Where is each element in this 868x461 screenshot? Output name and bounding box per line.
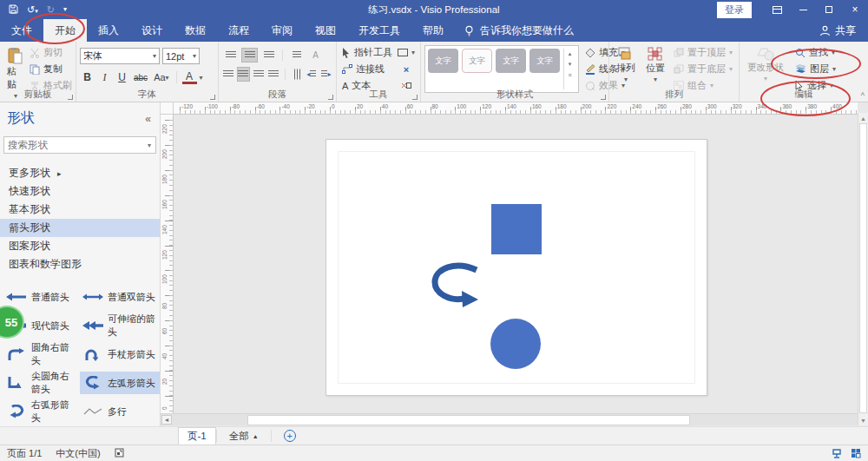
align-left-button[interactable]: [222, 67, 234, 82]
tab-developer[interactable]: 开发工具: [347, 19, 411, 42]
pointer-tool-button[interactable]: 指针工具: [340, 45, 394, 60]
align-right-button[interactable]: [253, 67, 265, 82]
vertical-scroll-thumb[interactable]: [859, 123, 867, 413]
paragraph-dialog-launcher[interactable]: [328, 95, 333, 100]
fit-page-icon[interactable]: [851, 448, 861, 458]
search-dropdown-icon[interactable]: ▾: [145, 142, 154, 149]
stencil-pattern-shapes[interactable]: 图案形状: [0, 237, 160, 255]
decrease-indent-button[interactable]: ◂: [306, 67, 318, 82]
bullets-button[interactable]: [288, 48, 305, 63]
stencil-more-shapes[interactable]: 更多形状▸: [0, 164, 160, 182]
canvas-curved-arrow-shape[interactable]: [430, 261, 480, 308]
cut-button[interactable]: 剪切: [28, 45, 74, 60]
text-direction-button[interactable]: [291, 67, 303, 82]
rotate-text-button[interactable]: A: [307, 48, 324, 63]
shape-search-input[interactable]: [4, 140, 145, 150]
bring-to-front-button[interactable]: 置于顶层▾: [672, 45, 734, 60]
underline-button[interactable]: U: [115, 69, 129, 85]
master-multi-line[interactable]: 多行: [80, 400, 160, 423]
gallery-up-icon[interactable]: ▴: [564, 49, 575, 59]
align-middle-button[interactable]: [241, 48, 258, 63]
presentation-mode-icon[interactable]: [832, 448, 842, 458]
font-size-select[interactable]: 12pt▾: [162, 48, 200, 64]
connector-tool-button[interactable]: 连接线: [340, 62, 394, 76]
tab-help[interactable]: 帮助: [411, 19, 455, 42]
increase-indent-button[interactable]: ▸: [320, 67, 332, 82]
canvas-square-shape[interactable]: [491, 204, 542, 254]
tell-me-box[interactable]: 告诉我你想要做什么: [464, 19, 574, 42]
change-shape-button[interactable]: 更改形状▾: [743, 45, 788, 93]
share-button[interactable]: 共享: [819, 19, 856, 42]
collapse-ribbon-icon[interactable]: ^: [861, 91, 865, 100]
align-bottom-button[interactable]: [260, 48, 277, 63]
scroll-up-icon[interactable]: ▲: [858, 113, 868, 123]
macro-record-icon[interactable]: [108, 448, 131, 459]
language-indicator[interactable]: 中文(中国): [49, 447, 107, 460]
add-page-button[interactable]: +: [284, 430, 296, 442]
tab-insert[interactable]: 插入: [87, 19, 130, 42]
canvas-circle-shape[interactable]: [490, 319, 541, 369]
tab-view[interactable]: 视图: [304, 19, 347, 42]
scroll-left-icon[interactable]: ◄: [161, 415, 172, 425]
font-family-select[interactable]: 宋体▾: [80, 48, 160, 64]
close-button[interactable]: ×: [842, 0, 868, 19]
master-normal-arrow[interactable]: 普通箭头: [3, 286, 80, 308]
tab-home[interactable]: 开始: [43, 19, 87, 42]
tab-review[interactable]: 审阅: [260, 19, 304, 42]
align-center-button[interactable]: [237, 67, 250, 82]
master-cane-arrow[interactable]: 手杖形箭头: [80, 343, 160, 366]
stencil-charts-math[interactable]: 图表和数学图形: [0, 255, 160, 273]
send-to-back-button[interactable]: 置于底层▾: [672, 62, 734, 76]
shape-styles-dialog-launcher[interactable]: [601, 95, 606, 100]
bold-button[interactable]: B: [80, 69, 95, 85]
master-sharp-rounded-right-arrow[interactable]: 尖圆角右箭头: [3, 372, 80, 394]
gallery-down-icon[interactable]: ▾: [564, 59, 575, 69]
page-tab-1[interactable]: 页-1: [178, 427, 216, 445]
rectangle-tool-button[interactable]: ▾: [396, 45, 417, 60]
tab-design[interactable]: 设计: [130, 19, 174, 42]
drawing-canvas[interactable]: [174, 115, 858, 413]
justify-button[interactable]: [267, 67, 279, 82]
master-right-arc-arrow[interactable]: 右弧形箭头: [3, 400, 80, 423]
clipboard-dialog-launcher[interactable]: [68, 95, 73, 100]
stencil-arrow-shapes[interactable]: 箭头形状: [0, 219, 160, 237]
master-stretchable-arrow[interactable]: 可伸缩的箭头: [80, 314, 160, 337]
tools-dialog-launcher[interactable]: [412, 95, 418, 100]
connection-point-x-button[interactable]: ×: [396, 62, 417, 76]
horizontal-scroll-thumb[interactable]: [247, 415, 690, 425]
shape-style-4[interactable]: 文字: [529, 49, 560, 73]
shape-style-3[interactable]: 文字: [496, 49, 526, 73]
gallery-more-icon[interactable]: ≡: [564, 69, 575, 80]
vertical-scrollbar[interactable]: ▲ ▼: [858, 113, 868, 425]
master-normal-double-arrow[interactable]: 普通双箭头: [80, 286, 160, 308]
strikethrough-button[interactable]: abc: [132, 69, 149, 85]
minimize-button[interactable]: [790, 0, 816, 19]
italic-button[interactable]: I: [97, 69, 112, 85]
stencil-basic-shapes[interactable]: 基本形状: [0, 201, 160, 219]
layers-button[interactable]: 图层▾: [793, 62, 838, 76]
restore-button[interactable]: [816, 0, 842, 19]
shape-style-2[interactable]: 文字: [462, 49, 492, 73]
master-left-arc-arrow[interactable]: 左弧形箭头: [80, 372, 160, 394]
position-button[interactable]: 位置▾: [642, 45, 668, 93]
master-rounded-right-arrow[interactable]: 圆角右箭头: [3, 343, 80, 366]
font-dialog-launcher[interactable]: [210, 95, 215, 100]
page-indicator[interactable]: 页面 1/1: [0, 447, 49, 460]
tab-process[interactable]: 流程: [217, 19, 260, 42]
scroll-down-icon[interactable]: ▼: [858, 415, 868, 425]
tab-file[interactable]: 文件: [0, 19, 43, 42]
find-button[interactable]: 查找▾: [793, 45, 838, 60]
tab-data[interactable]: 数据: [174, 19, 217, 42]
shape-style-1[interactable]: 文字: [428, 49, 458, 73]
login-button[interactable]: 登录: [717, 2, 752, 18]
all-pages-button[interactable]: 全部▲: [216, 430, 272, 442]
ribbon-display-options-icon[interactable]: [764, 0, 790, 19]
align-top-button[interactable]: [222, 48, 239, 63]
copy-button[interactable]: 复制: [28, 62, 74, 76]
align-button[interactable]: 排列▾: [613, 45, 639, 93]
stencil-quick-shapes[interactable]: 快速形状: [0, 182, 160, 201]
collapse-panel-icon[interactable]: «: [145, 113, 151, 125]
font-color-button[interactable]: A: [182, 71, 197, 84]
change-case-button[interactable]: Aa▾: [152, 69, 170, 85]
horizontal-scrollbar[interactable]: ◄: [161, 413, 858, 425]
